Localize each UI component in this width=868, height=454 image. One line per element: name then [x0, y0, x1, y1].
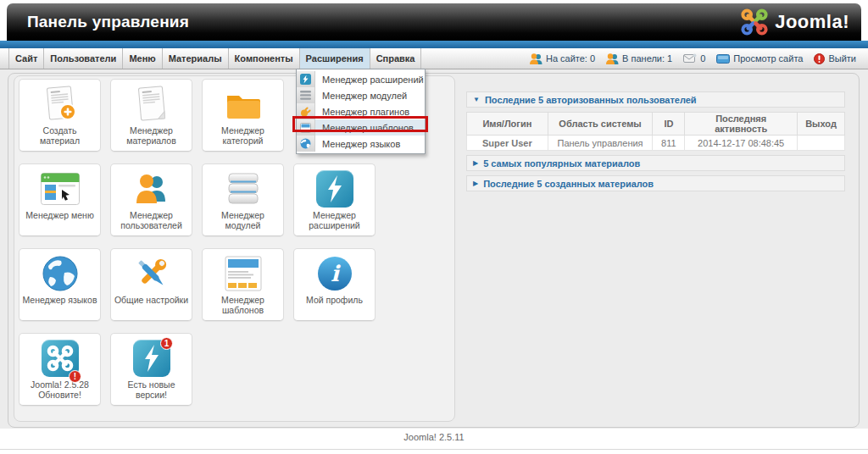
status-preview-site[interactable]: Просмотр сайта [716, 53, 803, 64]
menu-item-site[interactable]: Сайт [8, 48, 44, 69]
dropdown-item-module-manager[interactable]: Менеджер модулей [297, 87, 425, 103]
article-manager-icon [111, 80, 192, 124]
module-manager-icon [297, 87, 315, 103]
extension-manager-icon [294, 164, 375, 208]
menu-item-menus[interactable]: Меню [123, 48, 162, 69]
card-global-configuration[interactable]: Общие настройки [110, 248, 192, 321]
menu-item-extensions[interactable]: Расширения [300, 48, 370, 69]
users-admin-icon [606, 53, 619, 64]
status-users-in-admin[interactable]: В панели: 1 [606, 53, 672, 64]
col-header-logout: Выход [798, 113, 845, 136]
user-name-link[interactable]: Super User [467, 136, 548, 151]
dropdown-item-label: Менеджер шаблонов [315, 123, 414, 133]
users-online-icon [530, 53, 542, 64]
menu-item-users[interactable]: Пользователи [44, 48, 123, 69]
status-label: 0 [700, 53, 705, 64]
card-user-manager[interactable]: Менеджер пользователей [110, 163, 192, 236]
card-module-manager[interactable]: Менеджер модулей [202, 163, 284, 236]
dropdown-item-label: Менеджер модулей [315, 91, 407, 101]
table-header-row: Имя/Логин Область системы ID Последняя а… [467, 113, 845, 136]
preview-site-icon [716, 54, 730, 64]
dropdown-item-plugin-manager[interactable]: Менеджер плагинов [297, 103, 425, 119]
card-category-manager[interactable]: Менеджер категорий [202, 79, 284, 152]
menu-item-content[interactable]: Материалы [163, 48, 229, 69]
module-manager-icon [203, 164, 283, 208]
card-my-profile[interactable]: i Мой профиль [293, 248, 376, 321]
extension-manager-icon [297, 71, 315, 87]
page-title: Панель управления [27, 3, 189, 41]
status-messages[interactable]: 0 [683, 53, 705, 64]
menu-items: Сайт Пользователи Меню Материалы Компоне… [8, 48, 421, 69]
extensions-dropdown-menu: Менеджер расширений Менеджер модулей М [296, 69, 426, 154]
user-manager-icon [111, 164, 192, 208]
section-title: Последние 5 авторизованных пользователей [485, 95, 697, 105]
plugin-manager-icon [297, 103, 315, 119]
status-bar: На сайте: 0 В панели: 1 0 [530, 48, 856, 69]
card-extension-manager[interactable]: Менеджер расширений [293, 163, 376, 236]
card-label: Менеджер материалов [111, 124, 192, 146]
status-label: В панели: 1 [622, 53, 672, 64]
footer-version: Joomla! 2.5.11 [0, 432, 868, 442]
card-template-manager[interactable]: Менеджер шаблонов [202, 248, 284, 321]
category-manager-icon [203, 80, 283, 124]
language-manager-icon [19, 249, 100, 293]
card-joomla-update[interactable]: ! Joomla! 2.5.28 Обновите! [19, 333, 101, 406]
dropdown-item-label: Менеджер плагинов [315, 107, 409, 117]
card-label: Менеджер категорий [203, 124, 283, 146]
col-header-area: Область системы [548, 113, 653, 136]
card-extensions-update[interactable]: 1 Есть новые версии! [110, 333, 192, 406]
card-label: Менеджер расширений [294, 208, 375, 230]
joomla-logo-icon [740, 8, 769, 36]
template-manager-icon [297, 119, 315, 136]
section-title: Последние 5 созданных материалов [483, 179, 654, 189]
menu-manager-icon [19, 164, 100, 208]
dropdown-item-label: Менеджер языков [315, 139, 400, 149]
card-article-manager[interactable]: Менеджер материалов [110, 79, 192, 152]
section-title: 5 самых популярных материалов [483, 158, 640, 169]
dropdown-item-language-manager[interactable]: Менеджер языков [297, 136, 425, 152]
section-recent-articles[interactable]: ▶ Последние 5 созданных материалов [466, 175, 845, 191]
card-label: Менеджер модулей [203, 208, 283, 230]
card-label: Создать материал [19, 124, 100, 146]
dropdown-item-template-manager[interactable]: Менеджер шаблонов [297, 119, 425, 136]
card-label: Менеджер меню [19, 208, 100, 220]
card-add-article[interactable]: Создать материал [19, 79, 101, 152]
card-label: Joomla! 2.5.28 Обновите! [19, 378, 100, 400]
header-bar: Панель управления Joomla! [7, 3, 861, 41]
card-label: Менеджер шаблонов [203, 293, 283, 315]
dashboard-modules: ▼ Последние 5 авторизованных пользовател… [466, 91, 845, 196]
template-manager-icon [203, 249, 283, 293]
card-label: Есть новые версии! [111, 378, 192, 400]
collapse-arrow-icon: ▶ [473, 180, 478, 187]
card-label: Менеджер пользователей [111, 208, 192, 230]
extensions-update-icon [111, 334, 192, 378]
dropdown-item-extension-manager[interactable]: Менеджер расширений [297, 71, 425, 87]
user-id-cell: 811 [653, 136, 685, 151]
joomla-logo-text: Joomla! [775, 11, 849, 33]
collapse-arrow-icon: ▼ [473, 96, 480, 103]
global-config-icon [111, 249, 192, 293]
main-menubar: Сайт Пользователи Меню Материалы Компоне… [0, 48, 868, 69]
status-logout[interactable]: Выйти [814, 53, 856, 64]
joomla-logo: Joomla! [740, 8, 849, 36]
col-header-name: Имя/Логин [467, 113, 548, 136]
menu-item-components[interactable]: Компоненты [229, 48, 300, 69]
logged-in-users-table: Имя/Логин Область системы ID Последняя а… [466, 112, 845, 151]
card-label: Общие настройки [111, 293, 192, 305]
user-activity-cell: 2014-12-17 08:48:45 [685, 136, 798, 151]
card-menu-manager[interactable]: Менеджер меню [19, 163, 101, 236]
collapse-arrow-icon: ▶ [473, 159, 478, 167]
add-article-icon [19, 80, 100, 124]
accent-bar [0, 41, 868, 48]
status-label: Выйти [828, 53, 856, 64]
status-users-on-site[interactable]: На сайте: 0 [530, 53, 595, 64]
menu-item-help[interactable]: Справка [370, 48, 422, 69]
card-label: Менеджер языков [19, 293, 100, 305]
language-manager-icon [297, 136, 315, 152]
my-profile-icon: i [294, 249, 375, 293]
section-logged-in-users[interactable]: ▼ Последние 5 авторизованных пользовател… [466, 91, 845, 108]
card-language-manager[interactable]: Менеджер языков [19, 248, 101, 321]
section-popular-articles[interactable]: ▶ 5 самых популярных материалов [466, 155, 845, 171]
messages-icon [683, 53, 697, 64]
logout-icon [814, 53, 825, 64]
